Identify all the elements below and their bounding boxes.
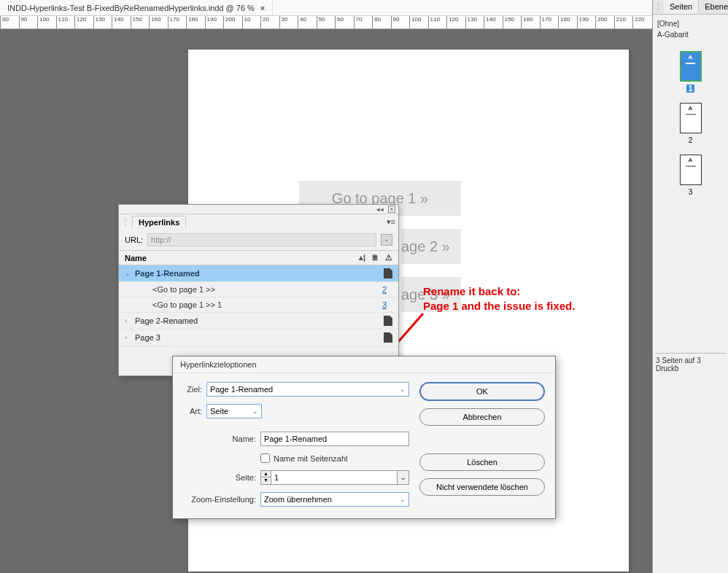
- pages-panel-footer: 3 Seiten auf 3 Druckb: [656, 353, 726, 373]
- url-input[interactable]: http://: [147, 233, 376, 246]
- chevron-down-icon: ⌄: [400, 496, 406, 503]
- hyperlink-destination-row[interactable]: ›Page 2-Renamed: [119, 313, 398, 330]
- art-label: Art:: [183, 407, 202, 416]
- row-label: Page 2-Renamed: [132, 316, 384, 325]
- row-label: Page 3: [132, 333, 384, 342]
- master-item-a[interactable]: A-Gabarit: [657, 29, 724, 40]
- ok-button[interactable]: OK: [419, 382, 545, 401]
- page-thumbnail[interactable]: A3: [680, 155, 702, 196]
- ziel-select[interactable]: Page 1-Renamed ⌄: [206, 382, 409, 397]
- seite-label: Seite:: [183, 473, 256, 482]
- ziel-value: Page 1-Renamed: [210, 385, 273, 394]
- annotation-line2: Page 1 and the issue is fixed.: [423, 299, 575, 313]
- name-label: Name:: [183, 434, 256, 443]
- art-select[interactable]: Seite ⌄: [206, 404, 262, 418]
- annotation-text: Rename it back to: Page 1 and the issue …: [423, 284, 575, 313]
- warning-column-icon: ⚠: [385, 253, 392, 262]
- row-label: Page 1-Renamed: [132, 269, 384, 278]
- name-input[interactable]: [260, 432, 409, 446]
- close-panel-icon[interactable]: ×: [388, 206, 395, 213]
- master-pages-list: [Ohne] A-Gabarit: [653, 15, 728, 44]
- spin-down-icon[interactable]: ▼: [261, 478, 271, 484]
- page-link-button[interactable]: age 2 »: [401, 229, 461, 264]
- page-number-link[interactable]: 3: [382, 300, 392, 309]
- close-tab-icon[interactable]: ×: [260, 4, 265, 12]
- page-thumbnail[interactable]: A2: [680, 103, 702, 144]
- ziel-label: Ziel:: [183, 385, 202, 394]
- caret-right-icon[interactable]: ›: [125, 317, 132, 324]
- row-label: <Go to page 1 >> 1: [132, 300, 382, 309]
- hyperlinks-panel: ◂◂ × ⋮ Hyperlinks ▾≡ URL: http:// ⌄ Name…: [118, 204, 399, 376]
- name-column-header[interactable]: Name: [125, 254, 359, 262]
- panel-tabs: ⋮ Seiten Ebene: [653, 0, 728, 15]
- seite-input[interactable]: [271, 470, 398, 485]
- hyperlinks-tab[interactable]: Hyperlinks: [132, 216, 186, 228]
- cancel-button[interactable]: Abbrechen: [419, 408, 545, 426]
- chevron-down-icon: ⌄: [400, 386, 406, 393]
- page-column-icon: 🗎: [371, 253, 379, 262]
- panel-menu-icon[interactable]: ▾≡: [387, 217, 395, 227]
- hyperlink-destination-options-dialog: Hyperlinkzieloptionen Ziel: Page 1-Renam…: [172, 356, 556, 519]
- sort-icon[interactable]: ▴|: [359, 253, 365, 262]
- spin-up-icon[interactable]: ▲: [261, 471, 271, 478]
- panel-grip-icon[interactable]: ⋮: [653, 0, 664, 14]
- panel-grip-icon[interactable]: ⋮: [122, 218, 129, 226]
- hyperlink-destination-row[interactable]: ⌄Page 1-Renamed: [119, 265, 398, 282]
- document-tab-title: INDD-Hyperlinks-Test B-FixedByReRenamedH…: [7, 4, 255, 12]
- row-label: <Go to page 1 >>: [132, 285, 382, 294]
- zoom-select[interactable]: Zoom übernehmen ⌄: [260, 492, 409, 507]
- seite-dropdown-icon[interactable]: ⌄: [398, 470, 409, 485]
- annotation-line1: Rename it back to:: [423, 284, 575, 299]
- collapse-icon[interactable]: ◂◂: [376, 206, 384, 213]
- name-with-pagenum-checkbox[interactable]: Name mit Seitenzahl: [260, 453, 409, 463]
- tab-ebenen[interactable]: Ebene: [699, 0, 728, 14]
- document-tab[interactable]: INDD-Hyperlinks-Test B-FixedByReRenamedH…: [0, 1, 273, 15]
- url-label: URL:: [125, 235, 143, 244]
- dialog-title: Hyperlinkzieloptionen: [173, 356, 555, 373]
- art-value: Seite: [210, 407, 228, 416]
- page-number-link[interactable]: 2: [382, 285, 392, 294]
- master-item-none[interactable]: [Ohne]: [657, 18, 724, 29]
- zoom-value: Zoom übernehmen: [264, 495, 332, 504]
- page-icon: [384, 332, 392, 343]
- caret-right-icon[interactable]: ›: [125, 334, 132, 341]
- hyperlink-child-row[interactable]: <Go to page 1 >>2: [119, 282, 398, 297]
- chevron-down-icon: ⌄: [252, 408, 258, 415]
- checkbox-label: Name mit Seitenzahl: [274, 454, 348, 463]
- horizontal-ruler: 8090100110120130140150160170180190200102…: [0, 16, 728, 29]
- document-tab-bar: INDD-Hyperlinks-Test B-FixedByReRenamedH…: [0, 0, 728, 16]
- page-thumbnails: A1A2A3: [653, 44, 728, 203]
- panel-titlebar: ◂◂ ×: [119, 205, 398, 214]
- url-dropdown-icon[interactable]: ⌄: [381, 234, 392, 246]
- hyperlink-child-row[interactable]: <Go to page 1 >> 13: [119, 297, 398, 313]
- page-icon: [384, 268, 392, 278]
- seite-spinner[interactable]: ▲ ▼: [260, 470, 271, 485]
- checkbox-input[interactable]: [260, 453, 270, 463]
- page-icon: [384, 316, 392, 326]
- zoom-label: Zoom-Einstellung:: [183, 495, 256, 504]
- delete-unused-button[interactable]: Nicht verwendete löschen: [419, 478, 545, 496]
- delete-button[interactable]: Löschen: [419, 453, 545, 471]
- page-thumbnail[interactable]: A1: [680, 51, 702, 93]
- hyperlinks-list-header: Name ▴| 🗎 ⚠: [119, 251, 398, 265]
- pages-panel: ⋮ Seiten Ebene [Ohne] A-Gabarit A1A2A3 3…: [652, 0, 728, 573]
- tab-seiten[interactable]: Seiten: [664, 0, 699, 14]
- hyperlink-destination-row[interactable]: ›Page 3: [119, 330, 398, 346]
- hyperlinks-list: ⌄Page 1-Renamed<Go to page 1 >>2<Go to p…: [119, 265, 398, 346]
- caret-down-icon[interactable]: ⌄: [125, 270, 132, 277]
